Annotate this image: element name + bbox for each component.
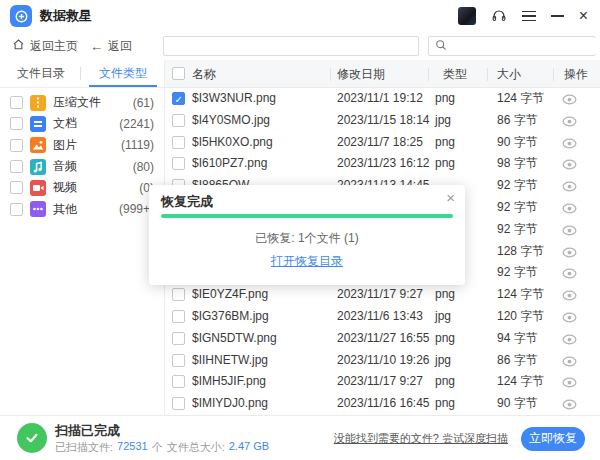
- close-icon[interactable]: ×: [579, 8, 588, 24]
- preview-eye-icon[interactable]: [562, 290, 578, 301]
- check-circle-icon: [17, 423, 47, 453]
- file-name: $IGN5DTW.png: [192, 328, 277, 350]
- recovery-progress-bar: [161, 214, 453, 218]
- back-button[interactable]: ← 返回: [90, 32, 132, 60]
- path-input[interactable]: [163, 36, 419, 56]
- column-header-type: 类型: [443, 60, 467, 88]
- table-row[interactable]: $IE0YZ4F.png 2023/11/17 9:27 png 124 字节: [165, 284, 600, 306]
- table-row[interactable]: $IIHNETW.jpg 2023/11/10 19:26 jpg 86 字节: [165, 350, 600, 372]
- sidebar: 文件目录 文件类型 压缩文件 (61) 文档 (2241) 图片 (1119) …: [0, 60, 165, 415]
- table-row[interactable]: $IMH5JIF.png 2023/11/17 9:27 png 124 字节: [165, 371, 600, 393]
- open-recovery-folder-link[interactable]: 打开恢复目录: [149, 253, 465, 270]
- preview-eye-icon[interactable]: [562, 399, 578, 410]
- table-row[interactable]: $I3W3NUR.png 2023/11/1 19:12 png 124 字节: [165, 88, 600, 110]
- preview-eye-icon[interactable]: [562, 203, 578, 214]
- toolbar-divider: [76, 40, 77, 53]
- window-controls: ×: [458, 0, 588, 32]
- file-size: 92 字节: [497, 175, 538, 197]
- row-checkbox[interactable]: [172, 310, 185, 323]
- preview-eye-icon[interactable]: [562, 312, 578, 323]
- row-checkbox[interactable]: [172, 157, 185, 170]
- sidebar-category-video[interactable]: 视频 (0): [0, 177, 164, 198]
- preview-eye-icon[interactable]: [562, 181, 578, 192]
- preview-eye-icon[interactable]: [562, 138, 578, 149]
- file-modified-date: 2023/11/17 9:27: [337, 284, 423, 306]
- file-type: png: [435, 153, 455, 175]
- preview-eye-icon[interactable]: [562, 377, 578, 388]
- preview-eye-icon[interactable]: [562, 116, 578, 127]
- scanned-count: 72531: [117, 440, 148, 455]
- recover-now-button[interactable]: 立即恢复: [521, 427, 585, 451]
- preview-eye-icon[interactable]: [562, 94, 578, 105]
- column-header-size: 大小: [497, 60, 521, 88]
- row-checkbox[interactable]: [172, 136, 185, 149]
- file-name: $IMIYDJ0.png: [192, 393, 268, 415]
- file-modified-date: 2023/11/27 16:55: [337, 328, 430, 350]
- document-icon: [30, 116, 46, 132]
- table-row[interactable]: $IMIYDJ0.png 2023/11/16 16:45 png 90 字节: [165, 393, 600, 415]
- user-avatar[interactable]: [458, 7, 476, 25]
- category-checkbox[interactable]: [10, 203, 23, 216]
- file-modified-date: 2023/11/16 16:45: [337, 393, 430, 415]
- file-name: $IE0YZ4F.png: [192, 284, 268, 306]
- hamburger-menu-icon[interactable]: [522, 11, 536, 22]
- table-row[interactable]: $I610PZ7.png 2023/11/23 16:12 png 98 字节: [165, 153, 600, 175]
- file-size: 86 字节: [497, 350, 538, 372]
- preview-eye-icon[interactable]: [562, 159, 578, 170]
- preview-eye-icon[interactable]: [562, 268, 578, 279]
- row-checkbox[interactable]: [172, 288, 185, 301]
- home-button[interactable]: 返回主页: [12, 32, 78, 60]
- category-checkbox[interactable]: [10, 160, 23, 173]
- row-checkbox[interactable]: [172, 332, 185, 345]
- table-row[interactable]: $IG376BM.jpg 2023/11/6 13:43 jpg 120 字节: [165, 306, 600, 328]
- file-modified-date: 2023/11/23 16:12: [337, 153, 430, 175]
- statusbar-actions: 没能找到需要的文件? 尝试深度扫描 立即恢复: [334, 416, 585, 460]
- recovered-count-text: 已恢复: 1个文件 (1): [149, 230, 465, 247]
- headset-icon[interactable]: [491, 7, 507, 26]
- minimize-icon[interactable]: [551, 15, 564, 17]
- sidebar-category-other[interactable]: 其他 (999+): [0, 198, 164, 219]
- file-type: png: [435, 371, 455, 393]
- select-all-checkbox[interactable]: [172, 67, 185, 80]
- category-checkbox[interactable]: [10, 117, 23, 130]
- preview-eye-icon[interactable]: [562, 356, 578, 367]
- category-checkbox[interactable]: [10, 181, 23, 194]
- row-checkbox[interactable]: [172, 92, 185, 105]
- category-checkbox[interactable]: [10, 96, 23, 109]
- video-icon: [30, 180, 46, 196]
- dialog-close-icon[interactable]: ×: [446, 189, 455, 206]
- table-row[interactable]: $IGN5DTW.png 2023/11/27 16:55 png 94 字节: [165, 328, 600, 350]
- table-row[interactable]: $I4Y0SMO.jpg 2023/11/15 18:14 jpg 86 字节: [165, 110, 600, 132]
- deep-scan-link[interactable]: 没能找到需要的文件? 尝试深度扫描: [334, 431, 508, 446]
- total-size-label: 文件总大小:: [167, 440, 225, 455]
- row-checkbox[interactable]: [172, 375, 185, 388]
- row-checkbox[interactable]: [172, 114, 185, 127]
- tab-file-type[interactable]: 文件类型: [82, 60, 164, 87]
- sidebar-category-audio[interactable]: 音频 (80): [0, 156, 164, 177]
- sidebar-category-document[interactable]: 文档 (2241): [0, 113, 164, 134]
- sidebar-category-image[interactable]: 图片 (1119): [0, 135, 164, 156]
- home-icon: [12, 38, 25, 54]
- header-divider: [487, 68, 488, 81]
- preview-eye-icon[interactable]: [562, 334, 578, 345]
- category-checkbox[interactable]: [10, 139, 23, 152]
- file-name: $I610PZ7.png: [192, 153, 267, 175]
- magnifier-icon: [435, 39, 447, 54]
- row-checkbox[interactable]: [172, 397, 185, 410]
- preview-eye-icon[interactable]: [562, 247, 578, 258]
- category-count: (61): [133, 96, 154, 110]
- app-window: 数据救星 × 返回主页 ← 返回: [0, 0, 600, 460]
- sidebar-category-zip[interactable]: 压缩文件 (61): [0, 92, 164, 113]
- search-input[interactable]: [451, 38, 600, 54]
- arrow-left-icon: ←: [90, 39, 103, 54]
- file-size: 124 字节: [497, 284, 544, 306]
- scanned-suffix: 个: [152, 440, 163, 455]
- tab-file-directory[interactable]: 文件目录: [0, 60, 82, 87]
- toolbar: 返回主页 ← 返回: [0, 32, 600, 60]
- table-row[interactable]: $I5HK0XO.png 2023/11/7 18:25 png 90 字节: [165, 132, 600, 154]
- file-type: jpg: [435, 306, 451, 328]
- row-checkbox[interactable]: [172, 354, 185, 367]
- zip-icon: [30, 95, 46, 111]
- search-box[interactable]: [428, 36, 596, 56]
- preview-eye-icon[interactable]: [562, 225, 578, 236]
